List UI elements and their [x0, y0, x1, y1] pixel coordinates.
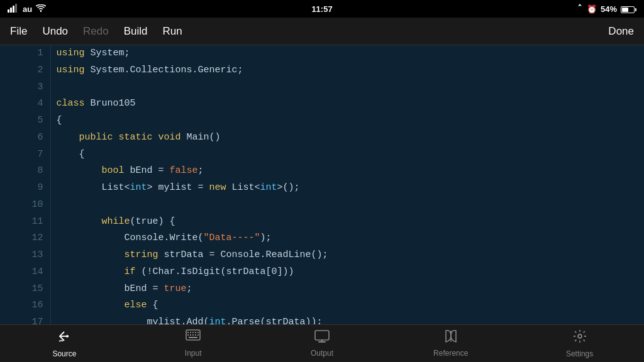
svg-rect-9 [195, 332, 196, 333]
svg-rect-11 [187, 334, 189, 336]
tab-settings[interactable]: Settings [515, 329, 644, 358]
line-number: 11 [0, 214, 51, 231]
line-number: 10 [0, 197, 51, 214]
alarm-icon: ⏰ [587, 4, 597, 14]
code-editor[interactable]: 1using System;2using System.Collections.… [0, 45, 644, 324]
battery-icon [621, 4, 636, 14]
file-button[interactable]: File [10, 23, 27, 40]
toolbar: File Undo Redo Build Run Done [0, 18, 644, 45]
output-icon [314, 329, 330, 348]
status-left: au [8, 4, 46, 14]
line-number: 12 [0, 230, 51, 247]
wifi-icon [36, 4, 46, 14]
status-right: ⏰ 54% [577, 4, 636, 14]
table-row: 2using System.Collections.Generic; [0, 62, 644, 79]
settings-tab-label: Settings [566, 349, 593, 358]
svg-rect-10 [197, 332, 199, 333]
line-number: 5 [0, 112, 51, 129]
svg-rect-8 [192, 332, 194, 333]
location-icon [577, 4, 583, 14]
table-row: 12 Console.Write("Data----"); [0, 230, 644, 247]
table-row: 16 else { [0, 297, 644, 314]
line-code: class Bruno105 [51, 96, 644, 112]
line-number: 6 [0, 129, 51, 146]
line-number: 17 [0, 314, 51, 324]
line-code: else { [51, 297, 644, 314]
line-number: 16 [0, 297, 51, 314]
svg-rect-0 [8, 9, 9, 13]
toolbar-left: File Undo Redo Build Run [10, 23, 608, 40]
input-icon [186, 329, 201, 348]
table-row: 6 public static void Main() [0, 129, 644, 146]
table-row: 11 while(true) { [0, 214, 644, 231]
line-code: { [51, 146, 644, 163]
line-number: 8 [0, 163, 51, 180]
line-number: 9 [0, 180, 51, 197]
line-code: { [51, 112, 644, 129]
svg-point-4 [66, 335, 69, 337]
line-number: 4 [0, 96, 51, 112]
svg-rect-12 [190, 334, 191, 336]
line-number: 2 [0, 62, 51, 79]
table-row: 8 bool bEnd = false; [0, 163, 644, 180]
line-number: 7 [0, 146, 51, 163]
svg-rect-6 [187, 332, 189, 333]
line-code: bEnd = true; [51, 281, 644, 298]
svg-rect-13 [192, 334, 194, 336]
tab-source[interactable]: Source [0, 329, 129, 358]
line-code: mylist.Add(int.Parse(strData)); [51, 314, 644, 324]
line-code: string strData = Console.ReadLine(); [51, 247, 644, 264]
settings-icon [572, 329, 587, 348]
svg-rect-2 [13, 6, 14, 13]
svg-point-19 [578, 334, 582, 338]
line-code [51, 197, 644, 214]
run-button[interactable]: Run [163, 23, 182, 40]
time-display: 11:57 [311, 4, 332, 14]
done-button[interactable]: Done [608, 25, 634, 38]
svg-rect-15 [197, 334, 199, 336]
line-number: 13 [0, 247, 51, 264]
line-code: bool bEnd = false; [51, 163, 644, 180]
tab-input[interactable]: Input [129, 329, 258, 358]
table-row: 14 if (!Char.IsDigit(strData[0])) [0, 264, 644, 281]
line-number: 3 [0, 79, 51, 96]
line-code: if (!Char.IsDigit(strData[0])) [51, 264, 644, 281]
source-icon [57, 329, 72, 348]
line-number: 15 [0, 281, 51, 298]
tab-bar: SourceInputOutputReferenceSettings [0, 324, 644, 362]
table-row: 15 bEnd = true; [0, 281, 644, 298]
status-bar: au 11:57 ⏰ 54% [0, 0, 644, 18]
carrier-label: au [23, 4, 32, 14]
table-row: 10 [0, 197, 644, 214]
output-tab-label: Output [311, 349, 333, 358]
table-row: 17 mylist.Add(int.Parse(strData)); [0, 314, 644, 324]
line-code: List<int> mylist = new List<int>(); [51, 180, 644, 197]
table-row: 5{ [0, 112, 644, 129]
signal-icon [8, 4, 19, 14]
line-code: while(true) { [51, 214, 644, 231]
svg-rect-7 [190, 332, 191, 333]
line-code: Console.Write("Data----"); [51, 230, 644, 247]
line-code: using System; [51, 45, 644, 62]
table-row: 7 { [0, 146, 644, 163]
reference-tab-label: Reference [433, 349, 468, 358]
undo-button[interactable]: Undo [42, 23, 68, 40]
svg-rect-17 [315, 331, 329, 340]
source-tab-label: Source [52, 349, 76, 358]
input-tab-label: Input [185, 349, 202, 358]
table-row: 9 List<int> mylist = new List<int>(); [0, 180, 644, 197]
table-row: 1using System; [0, 45, 644, 62]
svg-rect-3 [15, 4, 17, 13]
build-button[interactable]: Build [124, 23, 148, 40]
line-code [51, 79, 644, 96]
table-row: 4class Bruno105 [0, 96, 644, 112]
battery-percent: 54% [601, 4, 617, 14]
tab-reference[interactable]: Reference [386, 329, 515, 358]
line-code: public static void Main() [51, 129, 644, 146]
redo-button[interactable]: Redo [83, 23, 109, 40]
tab-output[interactable]: Output [258, 329, 387, 358]
table-row: 3 [0, 79, 644, 96]
code-table: 1using System;2using System.Collections.… [0, 45, 644, 324]
line-number: 1 [0, 45, 51, 62]
svg-rect-1 [10, 8, 12, 13]
